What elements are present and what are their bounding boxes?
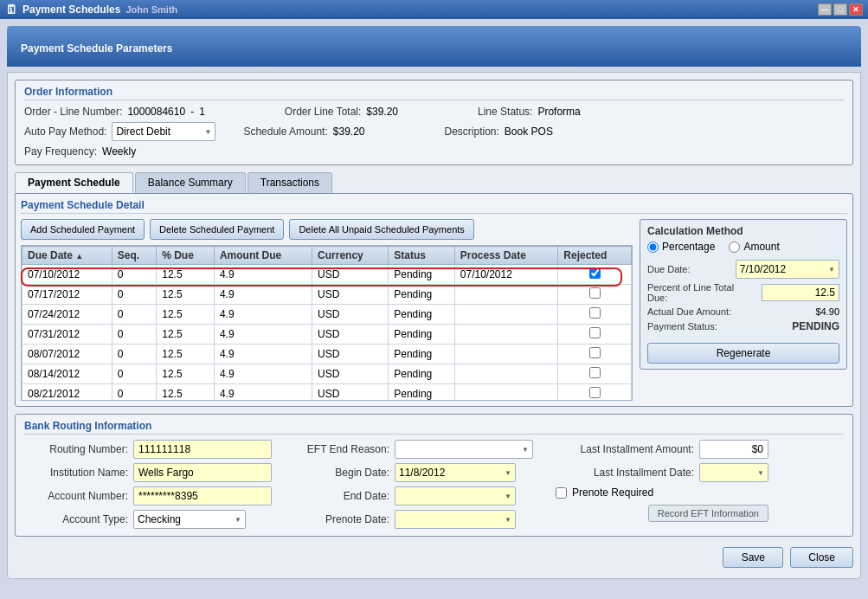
auto-pay-label: Auto Pay Method: — [24, 126, 106, 138]
payment-status-value: PENDING — [792, 320, 839, 332]
close-button[interactable]: ✕ — [849, 3, 863, 16]
col-pct-due: % Due — [157, 247, 215, 265]
schedule-left: Add Scheduled Payment Delete Scheduled P… — [21, 219, 633, 401]
table-row[interactable]: 08/21/2012012.54.9USDPending — [23, 384, 632, 402]
regenerate-button[interactable]: Regenerate — [647, 343, 839, 364]
tab-payment-schedule[interactable]: Payment Schedule — [15, 172, 133, 193]
account-type-arrow: ▼ — [235, 516, 241, 524]
tabs-row: Payment Schedule Balance Summary Transac… — [15, 172, 853, 193]
institution-name-label: Institution Name: — [24, 467, 128, 479]
page-header: Payment Schedule Parameters — [7, 26, 861, 67]
tab-transactions[interactable]: Transactions — [248, 172, 332, 193]
account-number-label: Account Number: — [24, 490, 128, 502]
actual-due-value: $4.90 — [762, 306, 839, 317]
table-row[interactable]: 07/31/2012012.54.9USDPending — [23, 325, 632, 345]
account-number-row: Account Number: — [24, 486, 272, 506]
radio-amount-input[interactable] — [729, 242, 740, 253]
page-title: Payment Schedule Parameters — [21, 42, 172, 55]
prenote-required-checkbox[interactable] — [556, 487, 567, 499]
separator: - — [190, 106, 194, 118]
bank-routing-section: Bank Routing Information Routing Number:… — [15, 414, 853, 537]
last-installment-date-input[interactable]: ▼ — [699, 463, 768, 482]
prenote-date-row: Prenote Date: ▼ — [294, 510, 533, 529]
col-rejected: Rejected — [558, 247, 632, 265]
last-installment-date-label: Last Installment Date: — [556, 467, 694, 479]
table-scroll[interactable]: Due Date ▲ Seq. % Due Amount Due Currenc… — [21, 245, 633, 401]
due-date-input[interactable]: 7/10/2012 ▼ — [736, 260, 839, 279]
end-date-row: End Date: ▼ — [294, 486, 533, 506]
rejected-checkbox[interactable] — [589, 287, 601, 299]
radio-percentage[interactable]: Percentage — [647, 241, 715, 253]
calc-radio-row: Percentage Amount — [647, 241, 839, 253]
actual-due-label: Actual Due Amount: — [647, 306, 751, 317]
due-date-row: Due Date: 7/10/2012 ▼ — [647, 260, 839, 279]
auto-pay-arrow: ▼ — [204, 128, 211, 136]
eft-end-reason-arrow: ▼ — [522, 446, 529, 454]
table-row[interactable]: 08/14/2012012.54.9USDPending — [23, 364, 632, 384]
begin-date-arrow: ▼ — [505, 469, 511, 477]
minimize-button[interactable]: — — [818, 3, 832, 16]
begin-date-input[interactable]: 11/8/2012 ▼ — [395, 463, 516, 482]
col-seq: Seq. — [112, 247, 156, 265]
last-installment-amount-input[interactable] — [699, 440, 768, 459]
auto-pay-dropdown[interactable]: Direct Debit ▼ — [112, 122, 215, 141]
radio-amount-label: Amount — [743, 241, 779, 253]
delete-scheduled-payment-button[interactable]: Delete Scheduled Payment — [150, 219, 284, 240]
pay-frequency: Weekly — [102, 145, 136, 158]
pay-frequency-label: Pay Frequency: — [24, 145, 97, 158]
main-window: Payment Schedule Parameters Order Inform… — [0, 19, 868, 599]
end-date-arrow: ▼ — [505, 493, 511, 500]
rejected-checkbox[interactable] — [589, 267, 601, 279]
begin-date-label: Begin Date: — [294, 467, 389, 479]
close-button-main[interactable]: Close — [790, 547, 853, 568]
last-inst-date-arrow: ▼ — [757, 469, 764, 477]
record-eft-button[interactable]: Record EFT Information — [648, 505, 768, 522]
schedule-amount: $39.20 — [333, 126, 365, 138]
percent-due-input[interactable] — [762, 284, 839, 301]
calc-title: Calculation Method — [647, 225, 839, 237]
order-info-section: Order Information Order - Line Number: 1… — [15, 80, 853, 165]
record-eft-row: Record EFT Information — [556, 505, 768, 522]
delete-all-unpaid-button[interactable]: Delete All Unpaid Scheduled Payments — [289, 219, 473, 240]
table-row[interactable]: 07/10/2012012.54.9USDPending07/10/2012 — [23, 265, 632, 285]
table-wrapper: Due Date ▲ Seq. % Due Amount Due Currenc… — [21, 245, 633, 401]
payment-status-label: Payment Status: — [647, 321, 751, 332]
rejected-checkbox[interactable] — [589, 327, 601, 338]
user-name: John Smith — [125, 4, 177, 15]
actual-due-row: Actual Due Amount: $4.90 — [647, 306, 839, 317]
account-type-dropdown[interactable]: Checking ▼ — [133, 510, 246, 529]
table-row[interactable]: 07/24/2012012.54.9USDPending — [23, 305, 632, 325]
content-area: Order Information Order - Line Number: 1… — [7, 72, 861, 579]
rejected-checkbox[interactable] — [589, 307, 601, 319]
col-amount-due: Amount Due — [214, 247, 312, 265]
order-number: 1000084610 — [127, 106, 185, 118]
table-row[interactable]: 07/17/2012012.54.9USDPending — [23, 285, 632, 305]
col-process-date: Process Date — [454, 247, 558, 265]
tab-balance-summary[interactable]: Balance Summary — [135, 172, 246, 193]
schedule-detail-title: Payment Schedule Detail — [21, 199, 847, 214]
routing-number-input[interactable] — [133, 440, 272, 459]
col-currency: Currency — [312, 247, 389, 265]
end-date-input[interactable]: ▼ — [395, 486, 516, 506]
prenote-date-input[interactable]: ▼ — [395, 510, 516, 529]
payment-table: Due Date ▲ Seq. % Due Amount Due Currenc… — [22, 246, 632, 401]
auto-pay-value: Direct Debit — [116, 126, 170, 138]
last-installment-amount-label: Last Installment Amount: — [556, 443, 694, 455]
prenote-required-label: Prenote Required — [572, 486, 653, 499]
title-bar: 🗓 Payment Schedules John Smith — □ ✕ — [0, 0, 868, 19]
schedule-btn-row: Add Scheduled Payment Delete Scheduled P… — [21, 219, 633, 240]
table-row[interactable]: 08/07/2012012.54.9USDPending — [23, 345, 632, 364]
maximize-button[interactable]: □ — [833, 3, 847, 16]
save-button[interactable]: Save — [723, 547, 783, 568]
radio-percentage-input[interactable] — [647, 242, 659, 253]
eft-end-reason-dropdown[interactable]: ▼ — [395, 440, 533, 459]
line-status-label: Line Status: — [478, 106, 532, 118]
rejected-checkbox[interactable] — [589, 347, 601, 358]
rejected-checkbox[interactable] — [589, 367, 601, 378]
rejected-checkbox[interactable] — [589, 387, 601, 398]
institution-name-input[interactable] — [133, 463, 272, 482]
prenote-date-label: Prenote Date: — [294, 513, 389, 525]
account-number-input[interactable] — [133, 486, 272, 506]
radio-amount[interactable]: Amount — [729, 241, 779, 253]
add-scheduled-payment-button[interactable]: Add Scheduled Payment — [21, 219, 145, 240]
